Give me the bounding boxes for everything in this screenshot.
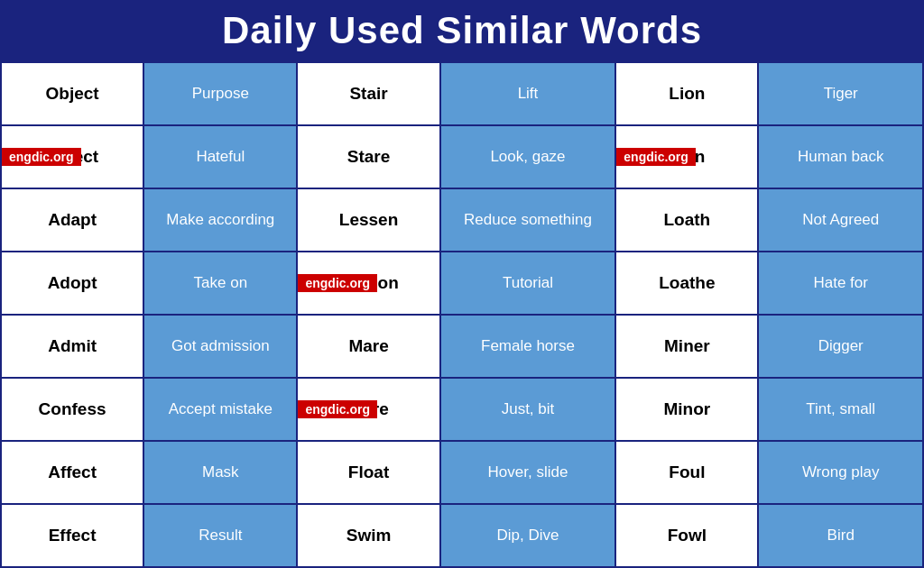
word-cell: Object — [1, 62, 143, 125]
def-cell: Hate for — [758, 252, 923, 315]
cell-text: Tiger — [824, 85, 858, 102]
cell-text: Purpose — [192, 85, 249, 102]
def-cell: Result — [143, 504, 297, 567]
table-row: AffectMaskFloatHover, slideFoulWrong pla… — [1, 441, 923, 504]
cell-text: Wrong play — [802, 463, 880, 481]
def-cell: Digger — [758, 315, 923, 378]
word-cell: Foul — [615, 441, 758, 504]
table-row: AdmitGot admissionMareFemale horseMinerD… — [1, 315, 923, 378]
word-cell: Stare — [297, 125, 439, 188]
def-cell: Female horse — [440, 315, 616, 378]
def-cell: Make according — [143, 188, 297, 252]
cell-text: Tint, small — [806, 400, 875, 417]
watermark-4: engdic.org — [298, 400, 377, 418]
word-cell: Stair — [297, 62, 439, 125]
watermark-2: engdic.org — [616, 148, 696, 166]
cell-text: Result — [199, 527, 242, 544]
cell-text: Lion — [669, 84, 705, 103]
cell-text: Miner — [664, 336, 710, 355]
word-cell: Loathe — [615, 252, 758, 315]
cell-text: Mask — [202, 463, 239, 481]
word-cell: Miner — [615, 315, 758, 378]
cell-text: Adopt — [48, 273, 97, 292]
cell-text: Take on — [194, 274, 248, 291]
cell-text: Just, bit — [502, 400, 555, 417]
table-row: AdoptTake onLessonengdic.orgTutorialLoat… — [1, 252, 923, 315]
cell-text: Bird — [827, 527, 855, 544]
def-cell: Look, gaze — [440, 125, 616, 188]
cell-text: Swim — [346, 526, 392, 545]
def-cell: Bird — [758, 504, 923, 567]
cell-text: Object — [46, 84, 99, 103]
cell-text: Stair — [349, 84, 387, 103]
cell-text: Lessen — [339, 210, 398, 229]
cell-text: Got admission — [171, 337, 270, 354]
cell-text: Foul — [669, 463, 705, 481]
cell-text: Confess — [39, 399, 106, 418]
word-cell: Admit — [1, 315, 143, 378]
cell-text: Affect — [48, 463, 97, 481]
def-cell: Tiger — [758, 62, 923, 125]
word-cell: Float — [297, 441, 439, 504]
cell-text: Lift — [518, 85, 539, 102]
word-cell: Lion — [615, 62, 758, 125]
word-cell: Lessen — [297, 188, 439, 252]
cell-text: Effect — [49, 526, 97, 545]
page-title: Daily Used Similar Words — [0, 0, 924, 61]
cell-text: Loathe — [659, 273, 715, 292]
cell-text: Female horse — [481, 337, 575, 354]
cell-text: Mare — [348, 336, 388, 355]
table-row: Abjectengdic.orgHatefulStareLook, gazeLo… — [1, 125, 923, 188]
def-cell: Hover, slide — [440, 441, 616, 504]
cell-text: Adapt — [48, 210, 97, 229]
cell-text: Tutorial — [503, 274, 553, 291]
cell-text: Float — [348, 463, 389, 481]
word-cell: Mereengdic.org — [297, 378, 439, 441]
cell-text: Digger — [818, 337, 864, 354]
watermark-1: engdic.org — [2, 148, 81, 166]
page-wrapper: Daily Used Similar Words ObjectPurposeSt… — [0, 0, 924, 568]
word-cell: Affect — [1, 441, 143, 504]
cell-text: Reduce something — [464, 211, 592, 228]
word-cell: Lessonengdic.org — [297, 252, 439, 315]
cell-text: Minor — [664, 399, 711, 418]
cell-text: Look, gaze — [490, 148, 565, 165]
cell-text: Admit — [48, 336, 97, 355]
word-cell: Loath — [615, 188, 758, 252]
word-cell: Adopt — [1, 252, 143, 315]
table-row: AdaptMake accordingLessenReduce somethin… — [1, 188, 923, 252]
word-cell: Loinengdic.org — [615, 125, 758, 188]
def-cell: Dip, Dive — [440, 504, 616, 567]
cell-text: Not Agreed — [802, 211, 879, 228]
def-cell: Just, bit — [440, 378, 616, 441]
word-cell: Adapt — [1, 188, 143, 252]
cell-text: Make according — [166, 211, 274, 228]
cell-text: Fowl — [668, 526, 707, 545]
words-table: ObjectPurposeStairLiftLionTigerAbjecteng… — [0, 61, 924, 568]
watermark-3: engdic.org — [298, 274, 377, 292]
def-cell: Mask — [143, 441, 297, 504]
def-cell: Hateful — [143, 125, 297, 188]
table-row: ConfessAccept mistakeMereengdic.orgJust,… — [1, 378, 923, 441]
def-cell: Wrong play — [758, 441, 923, 504]
cell-text: Hate for — [813, 274, 867, 291]
cell-text: Hateful — [196, 148, 245, 165]
word-cell: Fowl — [615, 504, 758, 567]
def-cell: Not Agreed — [758, 188, 923, 252]
word-cell: Swim — [297, 504, 439, 567]
word-cell: Confess — [1, 378, 143, 441]
cell-text: Accept mistake — [169, 400, 273, 417]
def-cell: Tint, small — [758, 378, 923, 441]
word-cell: Abjectengdic.org — [1, 125, 143, 188]
def-cell: Purpose — [143, 62, 297, 125]
def-cell: Tutorial — [440, 252, 616, 315]
def-cell: Take on — [143, 252, 297, 315]
def-cell: Accept mistake — [143, 378, 297, 441]
table-row: ObjectPurposeStairLiftLionTiger — [1, 62, 923, 125]
cell-text: Human back — [798, 148, 883, 165]
word-cell: Mare — [297, 315, 439, 378]
table-container: ObjectPurposeStairLiftLionTigerAbjecteng… — [0, 61, 924, 568]
def-cell: Got admission — [143, 315, 297, 378]
cell-text: Hover, slide — [488, 463, 568, 481]
cell-text: Dip, Dive — [496, 527, 559, 544]
